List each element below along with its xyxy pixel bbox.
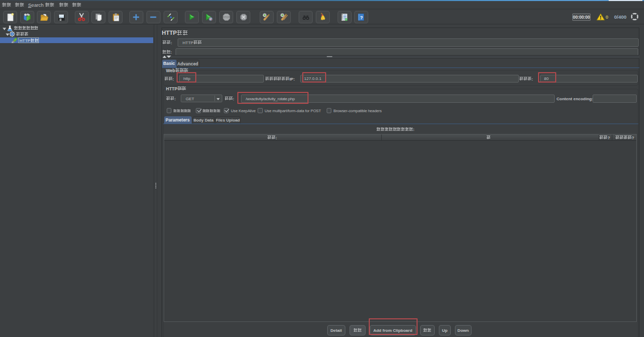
svg-text:STOP: STOP (223, 16, 229, 18)
svg-text:?: ? (360, 15, 363, 20)
